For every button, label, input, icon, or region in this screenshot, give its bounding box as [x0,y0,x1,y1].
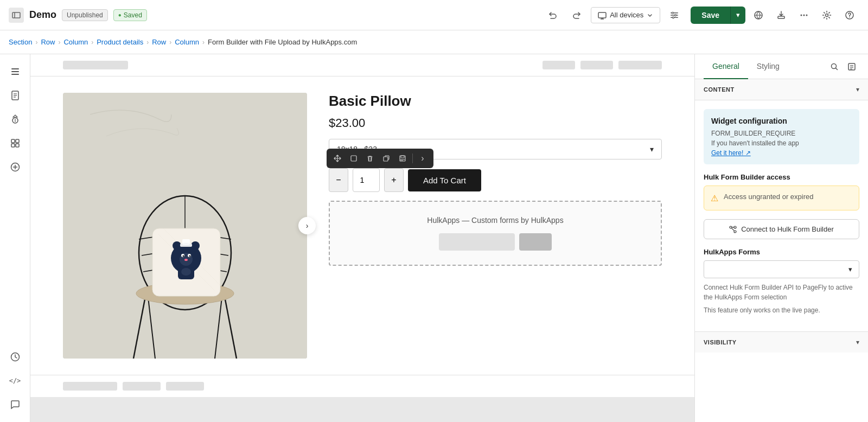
hulk-text-input[interactable] [439,233,515,251]
toolbar-save[interactable] [395,151,410,166]
svg-point-56 [184,259,188,261]
floating-toolbar: › [327,149,433,168]
bottom-skeleton-bar [30,375,694,397]
breadcrumb-sep-1: › [35,39,37,46]
breadcrumb-sep-4: › [146,39,149,46]
help-button[interactable] [840,5,859,25]
tab-styling-label: Styling [757,62,780,71]
breadcrumb-column-2[interactable]: Column [175,38,199,46]
canvas-area: › Basic Pillow $23.00 18x18 - $23 ▾ [30,54,694,422]
svg-rect-61 [351,156,356,161]
sidebar-item-history[interactable] [4,346,26,368]
forms-select[interactable]: ▾ [704,260,859,278]
saved-badge: Saved [113,9,147,21]
tab-general-label: General [712,62,739,71]
breadcrumb: Section › Row › Column › Product details… [0,30,868,54]
save-btn-group: Save ▾ [691,7,745,24]
breadcrumb-product-details[interactable]: Product details [97,38,143,46]
breadcrumb-row-1[interactable]: Row [41,38,55,46]
warning-text: Access ungranted or expired [724,193,813,201]
content-section-chevron[interactable]: ▾ [856,86,859,93]
device-selector[interactable]: All devices [591,7,660,23]
svg-point-49 [173,241,181,250]
toolbar-move[interactable] [330,151,345,166]
toolbar-delete[interactable] [362,151,378,166]
breadcrumb-column-1[interactable]: Column [63,38,88,46]
visibility-chevron: ▾ [856,338,859,346]
settings-panel-button[interactable] [665,5,684,25]
breadcrumb-section[interactable]: Section [9,38,32,46]
floating-toolbar-container: › [327,149,433,168]
svg-point-55 [189,255,191,257]
unpublished-badge: Unpublished [62,9,108,21]
content-icon-btn[interactable] [844,59,859,74]
right-tab-icons [827,54,859,79]
toolbar-select[interactable] [346,151,361,166]
forms-section: HulkApps Forms ▾ Connect Hulk Form Build… [704,248,859,314]
header-left: Demo Unpublished Saved [9,8,537,23]
content-section-header: CONTENT ▾ [695,79,868,100]
sidebar-item-code[interactable]: </> [4,370,26,392]
buttons-row: › − + Add To Cart [329,168,662,192]
svg-point-9 [675,14,676,16]
access-title: Hulk Form Builder access [704,173,859,181]
app-settings-button[interactable] [817,5,837,25]
widget-config-line1: FORM_BUILDER_REQUIRE [711,130,852,137]
svg-rect-21 [11,71,19,72]
preview-button[interactable] [749,5,768,25]
more-options-button[interactable] [794,5,814,25]
forms-title: HulkApps Forms [704,248,859,256]
forms-select-chevron: ▾ [848,265,852,273]
product-image [63,93,307,359]
sidebar-item-chat[interactable] [4,394,26,415]
qty-input[interactable] [353,168,380,192]
sidebar-item-pages[interactable] [4,85,26,106]
visibility-header[interactable]: VISIBILITY ▾ [695,331,868,353]
forms-help-text: Connect Hulk Form Builder API to PageFly… [704,283,859,302]
hulk-form-inputs [439,233,552,251]
save-dropdown-button[interactable]: ▾ [730,7,745,24]
tab-styling[interactable]: Styling [748,54,788,79]
sidebar-item-apps[interactable] [4,108,26,130]
hulk-form-container[interactable]: HulkApps — Custom forms by HulkApps [329,201,662,266]
svg-rect-60 [182,239,190,245]
header-center: All devices [543,5,684,25]
toolbar-duplicate[interactable] [379,151,394,166]
save-button[interactable]: Save [691,7,730,24]
skeleton-3 [580,61,613,69]
svg-point-19 [849,17,850,18]
hulk-submit-btn[interactable] [519,233,552,251]
add-to-cart-button[interactable]: Add To Cart [408,169,481,191]
product-details: Basic Pillow $23.00 18x18 - $23 ▾ [329,93,662,359]
sidebar-add-element[interactable] [4,156,26,178]
qty-decrease[interactable]: − [329,168,348,192]
next-image-button[interactable]: › [298,217,316,234]
export-button[interactable] [771,5,791,25]
svg-rect-62 [384,157,388,161]
breadcrumb-current: Form Builder with File Upload by HulkApp… [208,38,357,46]
right-panel-tabs: General Styling [695,54,868,79]
header: Demo Unpublished Saved All devices Save … [0,0,868,30]
breadcrumb-row-2[interactable]: Row [152,38,166,46]
widget-config-title: Widget configuration [711,117,852,125]
redo-button[interactable] [567,5,586,25]
sidebar-item-grid[interactable] [4,132,26,154]
widget-config-link[interactable]: Get it here! ↗ [711,149,852,157]
qty-increase[interactable]: + [384,168,404,192]
svg-rect-29 [11,139,15,143]
svg-rect-2 [598,12,606,18]
undo-button[interactable] [543,5,563,25]
toolbar-separator [412,154,413,163]
tab-general[interactable]: General [704,54,748,79]
back-button[interactable] [9,8,24,23]
svg-point-14 [801,14,802,16]
search-icon-btn[interactable] [827,59,842,74]
product-title: Basic Pillow [329,93,662,110]
skeleton-4 [618,61,662,69]
variant-chevron: ▾ [650,145,654,154]
forms-note-text: This feature only works on the live page… [704,306,859,314]
toolbar-more[interactable]: › [415,151,430,166]
sidebar-item-layers[interactable] [4,61,26,82]
connect-button[interactable]: Connect to Hulk Form Builder [704,219,859,239]
svg-rect-32 [16,144,19,147]
